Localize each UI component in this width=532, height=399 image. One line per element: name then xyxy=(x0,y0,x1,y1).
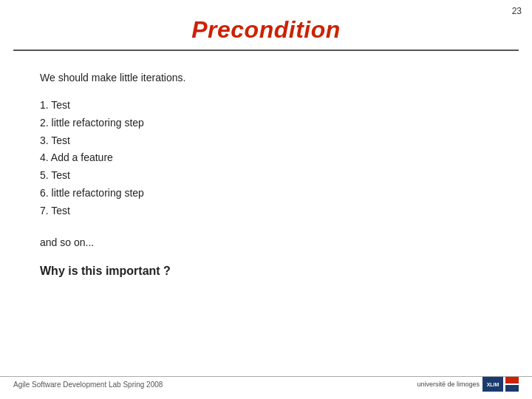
list-item: 7. Test xyxy=(40,202,492,220)
list-item: 6. little refactoring step xyxy=(40,185,492,202)
list-item: 4. Add a feature xyxy=(40,149,492,167)
why-important-text: Why is this important ? xyxy=(40,265,492,278)
list-item: 2. little refactoring step xyxy=(40,115,492,132)
university-label: université de limoges xyxy=(417,381,480,388)
list-item: 3. Test xyxy=(40,132,492,150)
logo-small-boxes xyxy=(505,377,519,392)
page-number: 23 xyxy=(512,6,522,16)
list-item: 5. Test xyxy=(40,167,492,185)
slide-title: Precondition xyxy=(13,16,519,44)
footer-left-text: Agile Software Development Lab Spring 20… xyxy=(13,381,163,389)
and-so-on-text: and so on... xyxy=(40,236,492,248)
slide-container: 23 Precondition We should make little it… xyxy=(0,0,532,399)
list-item: 1. Test xyxy=(40,97,492,115)
slide-header: Precondition xyxy=(13,0,519,51)
intro-text: We should make little iterations. xyxy=(40,72,492,83)
steps-list: 1. Test2. little refactoring step3. Test… xyxy=(40,97,492,220)
logo-box: XLIM xyxy=(482,377,519,392)
footer-logo-area: université de limoges XLIM xyxy=(417,377,519,392)
slide-content: We should make little iterations. 1. Tes… xyxy=(0,51,532,300)
logo-small-box-bottom xyxy=(505,385,519,392)
logo-main: XLIM xyxy=(482,377,503,392)
logo-small-box-top xyxy=(505,377,519,383)
slide-footer: Agile Software Development Lab Spring 20… xyxy=(0,376,532,392)
